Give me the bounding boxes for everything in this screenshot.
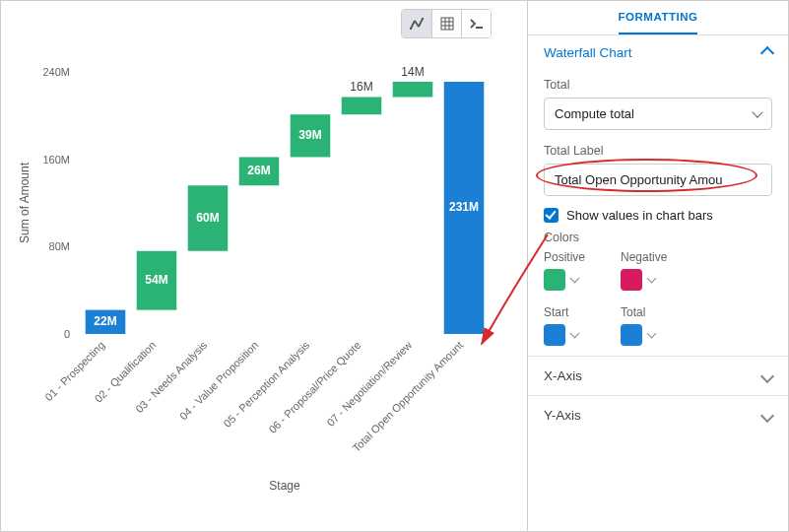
svg-text:22M: 22M <box>94 314 116 328</box>
svg-text:80M: 80M <box>49 240 70 252</box>
total-label-input[interactable] <box>544 164 772 196</box>
svg-text:07 - Negotiation/Review: 07 - Negotiation/Review <box>324 339 414 429</box>
svg-text:05 - Perception Analysis: 05 - Perception Analysis <box>221 339 311 430</box>
chevron-down-icon <box>752 106 762 117</box>
y-axis-label: Y-Axis <box>544 408 581 423</box>
negative-color-label: Negative <box>621 250 667 264</box>
section-y-axis[interactable]: Y-Axis <box>528 395 788 434</box>
svg-rect-2 <box>441 18 453 30</box>
tab-formatting[interactable]: FORMATTING <box>619 1 698 34</box>
section-title: Waterfall Chart <box>544 45 632 60</box>
start-color-picker[interactable] <box>544 324 585 346</box>
view-toggle <box>401 9 492 38</box>
colors-field-label: Colors <box>544 231 772 244</box>
formatting-panel: FORMATTING Waterfall Chart Total Compute… <box>527 1 788 531</box>
svg-text:231M: 231M <box>449 200 479 214</box>
svg-rect-0 <box>410 28 412 30</box>
total-field-label: Total <box>544 78 772 92</box>
chevron-down-icon <box>647 329 657 339</box>
svg-text:26M: 26M <box>247 164 270 177</box>
svg-text:160M: 160M <box>42 154 70 166</box>
svg-text:60M: 60M <box>196 211 219 225</box>
svg-text:16M: 16M <box>350 80 372 94</box>
show-values-label: Show values in chart bars <box>566 208 713 223</box>
svg-text:06 - Proposal/Price Quote: 06 - Proposal/Price Quote <box>266 339 362 435</box>
waterfall-chart: 080M160M240MSum of Amount22M54M60M26M39M… <box>1 1 529 532</box>
side-tab-bar: FORMATTING <box>528 1 788 35</box>
show-values-checkbox-row[interactable]: Show values in chart bars <box>544 208 772 223</box>
view-table-button[interactable] <box>431 10 461 37</box>
start-color-label: Start <box>544 305 585 319</box>
svg-text:54M: 54M <box>145 273 167 287</box>
view-prompt-button[interactable] <box>461 10 491 37</box>
bar <box>393 82 433 98</box>
checkbox-checked-icon <box>544 208 559 223</box>
svg-text:Total Open Opportunity Amount: Total Open Opportunity Amount <box>350 339 465 454</box>
positive-color-label: Positive <box>544 250 585 264</box>
positive-color-picker[interactable] <box>544 269 585 291</box>
bar <box>342 97 382 114</box>
chevron-down-icon <box>760 368 774 382</box>
negative-color-picker[interactable] <box>621 269 667 291</box>
svg-text:Sum of Amount: Sum of Amount <box>18 162 32 243</box>
x-axis-label: X-Axis <box>544 368 582 383</box>
chevron-down-icon <box>760 408 774 422</box>
total-label-field-label: Total Label <box>544 144 772 158</box>
chevron-up-icon <box>760 45 774 59</box>
total-color-label: Total <box>621 305 667 319</box>
chevron-down-icon <box>570 329 580 339</box>
chart-pane: 080M160M240MSum of Amount22M54M60M26M39M… <box>1 1 527 531</box>
chevron-down-icon <box>647 274 657 284</box>
svg-text:Stage: Stage <box>269 479 300 493</box>
svg-text:240M: 240M <box>42 66 70 78</box>
svg-text:14M: 14M <box>401 65 424 79</box>
total-select[interactable]: Compute total <box>544 98 772 130</box>
view-chart-button[interactable] <box>402 10 431 37</box>
total-color-picker[interactable] <box>621 324 667 346</box>
section-waterfall-chart[interactable]: Waterfall Chart <box>528 35 788 66</box>
svg-text:39M: 39M <box>298 128 321 142</box>
section-x-axis[interactable]: X-Axis <box>528 356 788 395</box>
svg-rect-1 <box>422 18 424 20</box>
total-select-value: Compute total <box>555 106 634 121</box>
chevron-down-icon <box>570 274 580 284</box>
svg-text:0: 0 <box>64 328 70 340</box>
